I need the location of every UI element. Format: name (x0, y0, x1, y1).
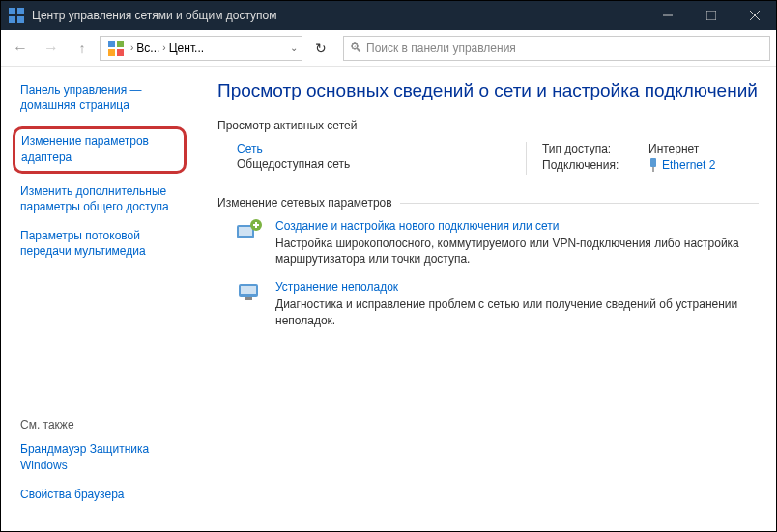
new-connection-desc: Настройка широкополосного, коммутируемог… (275, 236, 759, 266)
troubleshoot-icon (237, 280, 264, 303)
access-type-label: Тип доступа: (542, 142, 648, 155)
active-network-row: Сеть Общедоступная сеть Тип доступа: Инт… (237, 142, 759, 175)
svg-rect-2 (9, 16, 15, 23)
network-details: Тип доступа: Интернет Подключения: Ether… (527, 142, 715, 175)
new-connection-link[interactable]: Создание и настройка нового подключения … (275, 219, 759, 233)
page-title: Просмотр основных сведений о сети и наст… (217, 80, 759, 101)
network-name[interactable]: Сеть (237, 142, 516, 155)
highlight-annotation: Изменение параметров адаптера (13, 126, 187, 173)
sidebar-sharing-settings[interactable]: Изменить дополнительные параметры общего… (20, 183, 187, 214)
navbar: ← → ↑ › Вс... › Цент... ⌄ ↻ 🔍︎ Поиск в п… (1, 30, 776, 67)
svg-rect-20 (241, 286, 256, 294)
new-connection-option: Создание и настройка нового подключения … (237, 219, 759, 266)
new-connection-icon (237, 219, 264, 242)
refresh-button[interactable]: ↻ (306, 36, 335, 61)
troubleshoot-desc: Диагностика и исправление проблем с сеть… (275, 296, 759, 327)
svg-rect-5 (706, 11, 716, 20)
app-icon (9, 8, 24, 23)
svg-rect-9 (117, 41, 124, 47)
network-type: Общедоступная сеть (237, 157, 516, 171)
sidebar-home[interactable]: Панель управления — домашняя страница (20, 82, 187, 113)
search-icon: 🔍︎ (350, 41, 362, 55)
change-settings-label: Изменение сетевых параметров (217, 196, 759, 210)
ethernet-icon (648, 158, 658, 172)
sidebar-firewall[interactable]: Брандмауэр Защитника Windows (20, 441, 187, 472)
sidebar-adapter-settings[interactable]: Изменение параметров адаптера (21, 133, 176, 164)
breadcrumb-sep: › (130, 42, 133, 53)
troubleshoot-option: Устранение неполадок Диагностика и испра… (237, 280, 759, 327)
access-type-value: Интернет (648, 142, 699, 155)
control-panel-icon (108, 41, 124, 56)
active-networks-label: Просмотр активных сетей (217, 119, 759, 132)
sidebar-browser-props[interactable]: Свойства браузера (20, 487, 187, 502)
breadcrumb[interactable]: › Вс... › Цент... ⌄ (100, 36, 302, 61)
body: Панель управления — домашняя страница Из… (1, 67, 776, 531)
network-identity: Сеть Общедоступная сеть (237, 142, 527, 175)
forward-button[interactable]: → (38, 35, 65, 62)
minimize-button[interactable] (646, 1, 689, 30)
svg-rect-0 (9, 8, 15, 14)
search-input[interactable]: 🔍︎ Поиск в панели управления (343, 36, 770, 61)
search-placeholder: Поиск в панели управления (366, 42, 516, 55)
connection-link[interactable]: Ethernet 2 (648, 158, 715, 172)
breadcrumb-sep: › (162, 42, 165, 53)
sidebar: Панель управления — домашняя страница Из… (1, 67, 196, 531)
main-content: Просмотр основных сведений о сети и наст… (196, 67, 776, 531)
svg-rect-8 (108, 41, 115, 47)
svg-rect-3 (17, 16, 24, 23)
sidebar-media-streaming[interactable]: Параметры потоковой передачи мультимедиа (20, 228, 187, 259)
svg-rect-10 (108, 49, 115, 56)
svg-rect-15 (239, 227, 252, 236)
troubleshoot-link[interactable]: Устранение неполадок (275, 280, 759, 294)
svg-rect-21 (245, 297, 252, 300)
up-button[interactable]: ↑ (69, 35, 96, 62)
svg-rect-1 (17, 8, 24, 14)
breadcrumb-item[interactable]: Цент... (169, 42, 204, 55)
breadcrumb-item[interactable]: Вс... (136, 42, 159, 55)
window-title: Центр управления сетями и общим доступом (32, 9, 646, 22)
see-also-label: См. также (20, 418, 187, 432)
svg-rect-12 (650, 158, 656, 167)
maximize-button[interactable] (689, 1, 733, 30)
titlebar: Центр управления сетями и общим доступом (1, 1, 776, 30)
breadcrumb-dropdown[interactable]: ⌄ (290, 42, 298, 53)
back-button[interactable]: ← (7, 35, 34, 62)
svg-rect-11 (117, 49, 124, 56)
connections-label: Подключения: (542, 158, 648, 172)
close-button[interactable] (733, 1, 776, 30)
